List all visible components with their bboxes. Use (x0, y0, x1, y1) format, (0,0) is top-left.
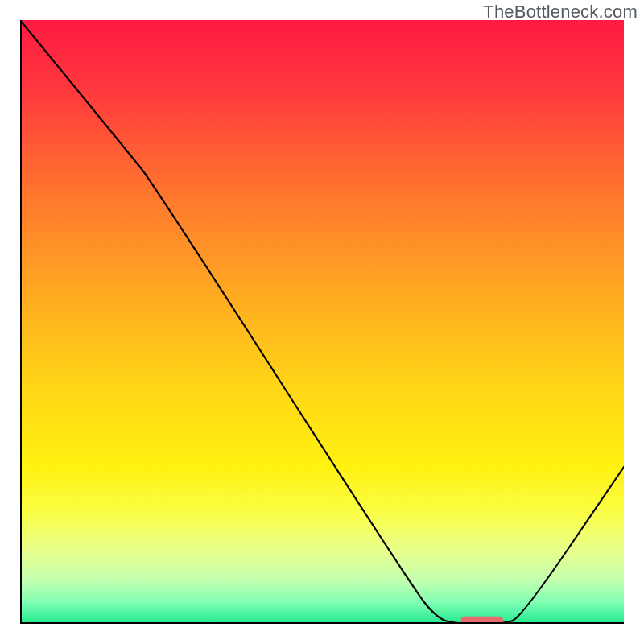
gradient-background (20, 20, 624, 624)
chart-container: TheBottleneck.com (0, 0, 644, 644)
chart-svg (20, 20, 624, 624)
plot-area (20, 20, 624, 624)
